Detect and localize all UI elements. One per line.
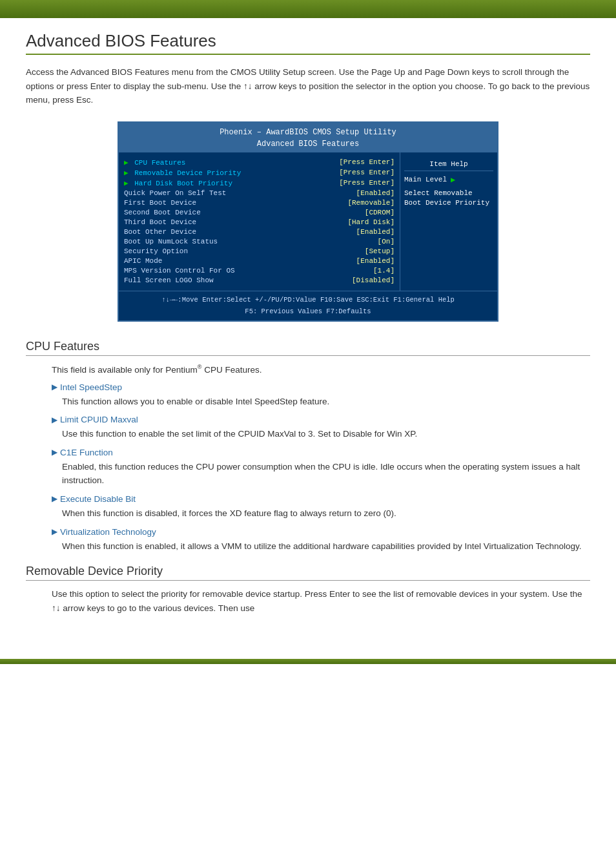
top-bar	[0, 0, 616, 18]
select-removable-text: Select Removable Boot Device Priority	[404, 189, 493, 209]
sub-item-c1e-title: ▶ C1E Function	[52, 448, 590, 457]
bios-item-label: ▶ CPU Features	[124, 158, 185, 167]
bios-item-value: [Press Enter]	[339, 158, 395, 167]
sub-item-speedstep-title: ▶ Intel SpeedStep	[52, 382, 590, 392]
bios-item-value: [Disabled]	[352, 276, 395, 284]
sub-item-cpuid-desc: Use this function to enable the set limi…	[52, 427, 590, 441]
sub-item-c1e-desc: Enabled, this function reduces the CPU p…	[52, 460, 590, 488]
bios-item: First Boot Device[Removable]	[123, 198, 396, 208]
bios-item-label: APIC Mode	[124, 257, 162, 265]
vt-arrow-icon: ▶	[52, 527, 57, 536]
sub-item-speedstep-desc: This function allows you to enable or di…	[52, 395, 590, 409]
bios-item-label: Full Screen LOGO Show	[124, 276, 214, 284]
bios-item-label: Quick Power On Self Test	[124, 189, 226, 197]
sub-item-vt-title: ▶ Virtualization Technology	[52, 527, 590, 537]
bios-body: ▶ CPU Features[Press Enter]▶ Removable D…	[119, 152, 497, 291]
sub-item-cpuid-title: ▶ Limit CPUID Maxval	[52, 415, 590, 424]
bios-item-label: First Boot Device	[124, 199, 196, 207]
section-cpu-intro: This field is available only for Pentium…	[52, 362, 590, 377]
sub-item-xd-desc: When this function is disabled, it force…	[52, 506, 590, 521]
bios-screenshot: Phoenix – AwardBIOS CMOS Setup Utility A…	[118, 121, 498, 322]
bios-item-value: [CDROM]	[365, 209, 395, 216]
bios-header-line2: Advanced BIOS Features	[121, 138, 495, 150]
bios-item-label: Second Boot Device	[124, 209, 201, 216]
bios-item-value: [1.4]	[373, 267, 395, 275]
bios-item: APIC Mode[Enabled]	[123, 256, 396, 266]
section-cpu-title: CPU Features	[26, 340, 590, 356]
main-level-label: Main Level	[404, 176, 447, 183]
bios-item-label: Boot Up NumLock Status	[124, 238, 218, 245]
sub-item-vt-desc: When this function is enabled, it allows…	[52, 539, 590, 554]
page-title: Advanced BIOS Features	[26, 31, 590, 55]
bios-item: ▶ Hard Disk Boot Priority[Press Enter]	[123, 178, 396, 189]
section-removable-title: Removable Device Priority	[26, 565, 590, 581]
bios-item-value: [Hard Disk]	[347, 218, 395, 226]
bios-right-panel: Item Help Main Level ▶ Select Removable …	[400, 152, 497, 291]
bios-footer-line2: F5: Previous Values F7:Defaults	[124, 306, 492, 318]
main-level-arrow: ▶	[451, 175, 455, 185]
sub-item-c1e: ▶ C1E Function Enabled, this function re…	[52, 448, 590, 488]
bios-item: Third Boot Device[Hard Disk]	[123, 218, 396, 227]
sub-item-xd: ▶ Execute Disable Bit When this function…	[52, 494, 590, 521]
bios-item-label: Security Option	[124, 247, 188, 255]
bios-item-arrow-icon: ▶	[124, 159, 132, 167]
bios-item-arrow-icon: ▶	[124, 180, 132, 187]
section-cpu-features: CPU Features This field is available onl…	[26, 340, 590, 553]
bios-item-label: MPS Version Control For OS	[124, 267, 235, 275]
sub-item-cpuid: ▶ Limit CPUID Maxval Use this function t…	[52, 415, 590, 441]
speedstep-arrow-icon: ▶	[52, 382, 57, 391]
section-removable: Removable Device Priority Use this optio…	[26, 565, 590, 615]
intro-text: Access the Advanced BIOS Features menu f…	[26, 65, 590, 107]
cpuid-arrow-icon: ▶	[52, 415, 57, 424]
bios-item: MPS Version Control For OS[1.4]	[123, 266, 396, 276]
bios-item: ▶ CPU Features[Press Enter]	[123, 158, 396, 168]
bios-item-arrow-icon: ▶	[124, 169, 132, 177]
bottom-bar	[0, 659, 616, 664]
bios-item: Boot Up NumLock Status[On]	[123, 237, 396, 247]
bios-item-label: ▶ Removable Device Priority	[124, 169, 241, 177]
bios-header-line1: Phoenix – AwardBIOS CMOS Setup Utility	[121, 127, 495, 138]
bios-footer-line1: ↑↓→←:Move Enter:Select +/-/PU/PD:Value F…	[124, 295, 492, 306]
bios-item-value: [Enabled]	[356, 228, 395, 236]
bios-item-value: [Enabled]	[356, 257, 395, 265]
bios-item: Full Screen LOGO Show[Disabled]	[123, 276, 396, 286]
bios-item-label: ▶ Hard Disk Boot Priority	[124, 179, 232, 187]
bios-item: Boot Other Device[Enabled]	[123, 227, 396, 237]
bios-item: Second Boot Device[CDROM]	[123, 208, 396, 218]
bios-item-value: [Press Enter]	[339, 179, 395, 187]
bios-item: ▶ Removable Device Priority[Press Enter]	[123, 168, 396, 178]
section-removable-body: Use this option to select the priority f…	[26, 587, 590, 615]
bios-item-value: [Setup]	[365, 247, 395, 255]
sub-item-xd-title: ▶ Execute Disable Bit	[52, 494, 590, 504]
sub-item-vt: ▶ Virtualization Technology When this fu…	[52, 527, 590, 554]
xd-arrow-icon: ▶	[52, 494, 57, 503]
section-removable-intro: Use this option to select the priority f…	[52, 587, 590, 615]
bios-item: Security Option[Setup]	[123, 247, 396, 256]
main-level: Main Level ▶	[404, 175, 493, 185]
bios-item: Quick Power On Self Test[Enabled]	[123, 189, 396, 198]
bios-item-value: [Enabled]	[356, 189, 395, 197]
bios-item-value: [Removable]	[347, 199, 395, 207]
bios-item-value: [Press Enter]	[339, 169, 395, 177]
c1e-arrow-icon: ▶	[52, 448, 57, 457]
sub-item-speedstep: ▶ Intel SpeedStep This function allows y…	[52, 382, 590, 409]
bios-left-panel: ▶ CPU Features[Press Enter]▶ Removable D…	[119, 152, 400, 291]
bios-item-label: Boot Other Device	[124, 228, 196, 236]
section-cpu-body: This field is available only for Pentium…	[26, 362, 590, 553]
bios-item-value: [On]	[378, 238, 395, 245]
bios-footer: ↑↓→←:Move Enter:Select +/-/PU/PD:Value F…	[119, 291, 497, 321]
bios-header: Phoenix – AwardBIOS CMOS Setup Utility A…	[119, 123, 497, 152]
bios-item-label: Third Boot Device	[124, 218, 196, 226]
content-area: Advanced BIOS Features Access the Advanc…	[0, 18, 616, 646]
item-help-label: Item Help	[404, 158, 493, 171]
